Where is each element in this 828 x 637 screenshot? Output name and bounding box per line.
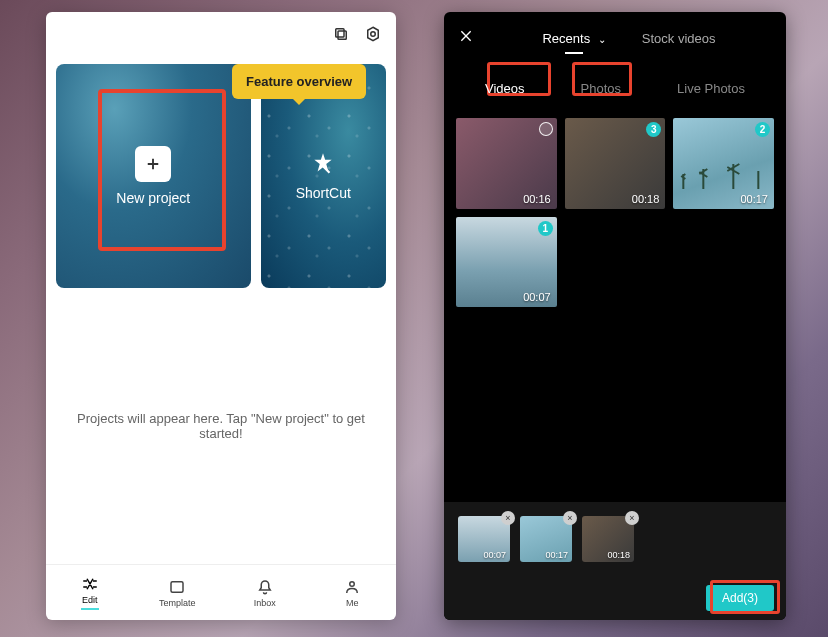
media-thumb[interactable]: 3 00:18 [565, 118, 666, 209]
selected-thumb[interactable]: × 00:18 [582, 516, 634, 562]
bottom-nav: Edit Template Inbox Me [46, 564, 396, 620]
tab-recents-label: Recents [542, 31, 590, 46]
svg-marker-2 [368, 27, 379, 41]
phone-capcut-home: Feature overview New project ShortCut Pr… [46, 12, 396, 620]
duration-label: 00:18 [607, 550, 630, 560]
chevron-down-icon: ⌄ [598, 34, 606, 45]
landscape-decoration [673, 149, 774, 189]
svg-point-3 [371, 32, 376, 37]
copy-icon[interactable] [332, 25, 350, 43]
mtab-live[interactable]: Live Photos [661, 75, 761, 102]
nav-me-label: Me [346, 598, 359, 608]
nav-template[interactable]: Template [134, 565, 222, 620]
select-circle-icon[interactable] [539, 122, 553, 136]
home-cards: Feature overview New project ShortCut [46, 56, 396, 288]
selected-row: × 00:07 × 00:17 × 00:18 [444, 502, 786, 576]
select-badge[interactable]: 1 [538, 221, 553, 236]
mtab-videos[interactable]: Videos [469, 75, 541, 102]
svg-rect-0 [338, 31, 346, 39]
media-thumb[interactable]: 1 00:07 [456, 217, 557, 308]
remove-icon[interactable]: × [563, 511, 577, 525]
tab-recents[interactable]: Recents ⌄ [542, 31, 605, 46]
remove-icon[interactable]: × [625, 511, 639, 525]
new-project-card[interactable]: New project [56, 64, 251, 288]
duration-label: 00:18 [632, 193, 660, 205]
select-badge[interactable]: 2 [755, 122, 770, 137]
duration-label: 00:17 [740, 193, 768, 205]
media-thumb[interactable]: 00:16 [456, 118, 557, 209]
add-button[interactable]: Add(3) [706, 585, 774, 611]
feature-overview-badge[interactable]: Feature overview [232, 64, 366, 99]
nav-edit-label: Edit [82, 595, 98, 605]
selected-thumb[interactable]: × 00:17 [520, 516, 572, 562]
svg-rect-7 [171, 581, 183, 592]
shortcut-label: ShortCut [296, 185, 351, 201]
remove-icon[interactable]: × [501, 511, 515, 525]
empty-text: Projects will appear here. Tap "New proj… [66, 411, 376, 441]
selected-thumb[interactable]: × 00:07 [458, 516, 510, 562]
settings-icon[interactable] [364, 25, 382, 43]
nav-template-label: Template [159, 598, 196, 608]
selection-bar: × 00:07 × 00:17 × 00:18 Add(3) [444, 502, 786, 620]
close-icon[interactable] [458, 28, 486, 48]
mtab-photos[interactable]: Photos [565, 75, 637, 102]
media-thumb[interactable]: 2 00:17 [673, 118, 774, 209]
nav-me[interactable]: Me [309, 565, 397, 620]
duration-label: 00:07 [523, 291, 551, 303]
plus-icon [135, 146, 171, 182]
svg-point-8 [350, 581, 355, 586]
nav-edit[interactable]: Edit [46, 565, 134, 620]
projects-empty: Projects will appear here. Tap "New proj… [46, 288, 396, 564]
media-grid: 00:16 3 00:18 2 00:17 1 00:07 [444, 112, 786, 313]
duration-label: 00:17 [545, 550, 568, 560]
media-type-tabs: Videos Photos Live Photos [444, 64, 786, 112]
nav-inbox[interactable]: Inbox [221, 565, 309, 620]
home-topbar [46, 12, 396, 56]
phone-media-picker: Recents ⌄ Stock videos Videos Photos Liv… [444, 12, 786, 620]
svg-rect-1 [336, 29, 344, 37]
picker-header: Recents ⌄ Stock videos [444, 12, 786, 64]
add-row: Add(3) [444, 576, 786, 620]
select-badge[interactable]: 3 [646, 122, 661, 137]
tab-stock[interactable]: Stock videos [642, 31, 716, 46]
duration-label: 00:07 [483, 550, 506, 560]
header-tabs: Recents ⌄ Stock videos [486, 31, 772, 46]
new-project-label: New project [116, 190, 190, 206]
duration-label: 00:16 [523, 193, 551, 205]
nav-inbox-label: Inbox [254, 598, 276, 608]
